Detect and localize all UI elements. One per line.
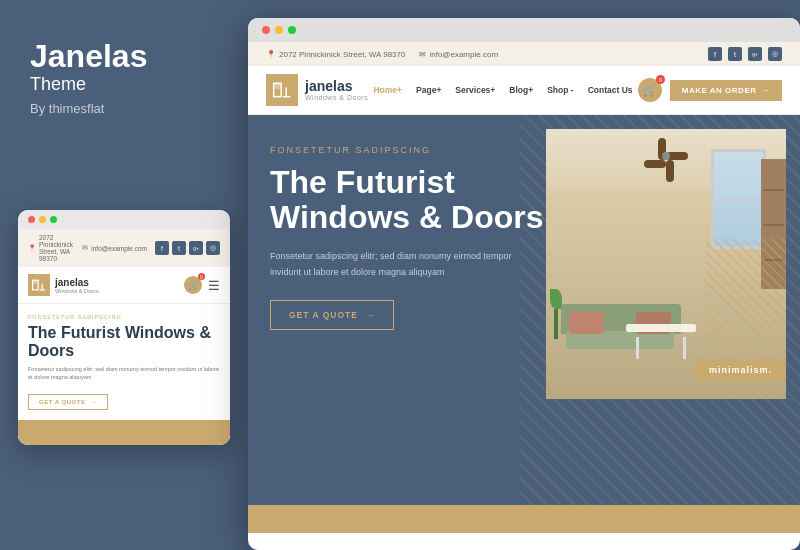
mobile-hero-text: Fonsetetur sadipscing elitr; sed diam no… [28, 365, 220, 382]
mobile-hero-tag: FONSETETUR SADIPSCING [28, 314, 220, 320]
site-logo: janelas Windows & Doors [266, 74, 368, 106]
site-pin-icon: 📍 [266, 50, 276, 59]
site-cart-button[interactable]: 🛒 0 [638, 78, 662, 102]
site-order-button[interactable]: MAKE AN ORDER → [670, 80, 782, 101]
fan-blade-2 [666, 160, 674, 182]
fan-blade-3 [644, 160, 666, 168]
mobile-ig-icon: ◎ [206, 241, 220, 255]
minimalism-label: minimalism. [695, 359, 786, 381]
mobile-nav-icons: 🛒 0 ☰ [184, 276, 220, 294]
site-topbar: 📍 2072 Pinnickinick Street, WA 98370 ✉ i… [248, 42, 800, 66]
site-tw-icon: t [728, 47, 742, 61]
sofa-cushion-left [569, 312, 604, 334]
desktop-dot-yellow [275, 26, 283, 34]
shelf-row-2 [763, 224, 784, 226]
svg-rect-1 [33, 280, 39, 284]
site-topbar-right: f t g+ ◎ [708, 47, 782, 61]
site-email-item: ✉ info@example.com [419, 50, 498, 59]
site-hero: FONSETETUR SADIPSCING The Futurist Windo… [248, 115, 800, 505]
mobile-logo-sub: Windows & Doors [55, 288, 99, 294]
mobile-dot-green [50, 216, 57, 223]
plant-stem [554, 309, 558, 339]
mobile-dot-yellow [39, 216, 46, 223]
mobile-address-item: 📍 2072 Pinnickinick Street, WA 98370 [28, 234, 74, 262]
desktop-dot-red [262, 26, 270, 34]
mobile-topbar: 📍 2072 Pinnickinick Street, WA 98370 ✉ i… [18, 229, 230, 267]
site-cart-badge: 0 [656, 75, 665, 84]
mobile-pin-icon: 📍 [28, 244, 36, 252]
room-fan [636, 141, 696, 171]
table-leg-left [636, 337, 639, 359]
mobile-fb-icon: f [155, 241, 169, 255]
site-cart-icon: 🛒 [643, 84, 657, 97]
site-order-label: MAKE AN ORDER [682, 86, 757, 95]
hero-image: minimalism. [546, 129, 786, 399]
mobile-hamburger-icon[interactable]: ☰ [208, 278, 220, 293]
site-logo-icon [266, 74, 298, 106]
fan-center [662, 152, 670, 160]
desktop-browser-bar [248, 18, 800, 42]
mobile-gp-icon: g+ [189, 241, 203, 255]
site-bottom-bar [248, 505, 800, 533]
site-nav-contact[interactable]: Contact Us [588, 85, 633, 95]
mobile-dot-red [28, 216, 35, 223]
mobile-tw-icon: t [172, 241, 186, 255]
site-logo-tagline: Windows & Doors [305, 94, 368, 101]
room-window [711, 149, 766, 249]
room-table [626, 324, 696, 359]
mobile-cart-icon: 🛒 [188, 280, 199, 290]
site-ig-icon: ◎ [768, 47, 782, 61]
mobile-nav: janelas Windows & Doors 🛒 0 ☰ [18, 267, 230, 304]
site-nav-icons: 🛒 0 MAKE AN ORDER → [638, 78, 782, 102]
site-nav-home[interactable]: Home+ [373, 85, 402, 95]
brand-by: By thimesflat [30, 101, 218, 116]
mobile-email: info@example.com [91, 245, 147, 252]
shelf-row-1 [763, 189, 784, 191]
site-nav-blog[interactable]: Blog+ [509, 85, 533, 95]
site-nav: Home+ Page+ Services+ Blog+ Shop - Conta… [373, 85, 632, 95]
mobile-hero-title: The Futurist Windows & Doors [28, 324, 220, 359]
mobile-hero: FONSETETUR SADIPSCING The Futurist Windo… [18, 304, 230, 415]
table-top [626, 324, 696, 332]
mobile-logo-icon [28, 274, 50, 296]
site-address-item: 📍 2072 Pinnickinick Street, WA 98370 [266, 50, 405, 59]
hero-title: The Futurist Windows & Doors [270, 165, 550, 235]
window-frame [714, 199, 763, 201]
mobile-mockup: 📍 2072 Pinnickinick Street, WA 98370 ✉ i… [18, 210, 230, 445]
mobile-content: 📍 2072 Pinnickinick Street, WA 98370 ✉ i… [18, 229, 230, 445]
svg-rect-5 [274, 83, 282, 89]
mobile-cart-badge: 0 [198, 273, 205, 280]
site-address: 2072 Pinnickinick Street, WA 98370 [279, 50, 405, 59]
site-nav-services[interactable]: Services+ [455, 85, 495, 95]
mobile-cta-button[interactable]: GET A QUOTE → [28, 394, 108, 410]
site-logo-text-group: janelas Windows & Doors [305, 79, 368, 101]
hero-cta-label: GET A QUOTE [289, 310, 358, 320]
site-header: janelas Windows & Doors Home+ Page+ Serv… [248, 66, 800, 115]
desktop-mockup: 📍 2072 Pinnickinick Street, WA 98370 ✉ i… [248, 18, 800, 550]
desktop-dot-green [288, 26, 296, 34]
mobile-cta-label: GET A QUOTE [39, 399, 85, 405]
brand-subtitle: Theme [30, 74, 218, 95]
hero-cta-button[interactable]: GET A QUOTE → [270, 300, 394, 330]
mobile-cta-arrow: → [90, 399, 97, 405]
site-gp-icon: g+ [748, 47, 762, 61]
site-logo-name: janelas [305, 79, 368, 94]
site-mail-icon: ✉ [419, 50, 426, 59]
left-panel: Janelas Theme By thimesflat 📍 2072 Pinni… [0, 0, 248, 550]
site-email: info@example.com [429, 50, 498, 59]
brand-title: Janelas [30, 40, 218, 72]
hero-text: Fonsetetur sadipscing elitr; sed diam no… [270, 249, 530, 280]
hero-cta-arrow: → [366, 310, 376, 320]
mobile-logo-text-group: janelas Windows & Doors [55, 277, 99, 294]
table-leg-right [683, 337, 686, 359]
mobile-bottom-bar [18, 420, 230, 445]
mobile-address: 2072 Pinnickinick Street, WA 98370 [39, 234, 74, 262]
mobile-mail-icon: ✉ [82, 244, 88, 252]
mobile-logo: janelas Windows & Doors [28, 274, 99, 296]
desktop-site: 📍 2072 Pinnickinick Street, WA 98370 ✉ i… [248, 42, 800, 533]
site-nav-shop[interactable]: Shop - [547, 85, 573, 95]
mobile-cart-button[interactable]: 🛒 0 [184, 276, 202, 294]
site-nav-page[interactable]: Page+ [416, 85, 441, 95]
site-order-arrow: → [762, 86, 771, 95]
mobile-email-item: ✉ info@example.com [82, 244, 147, 252]
